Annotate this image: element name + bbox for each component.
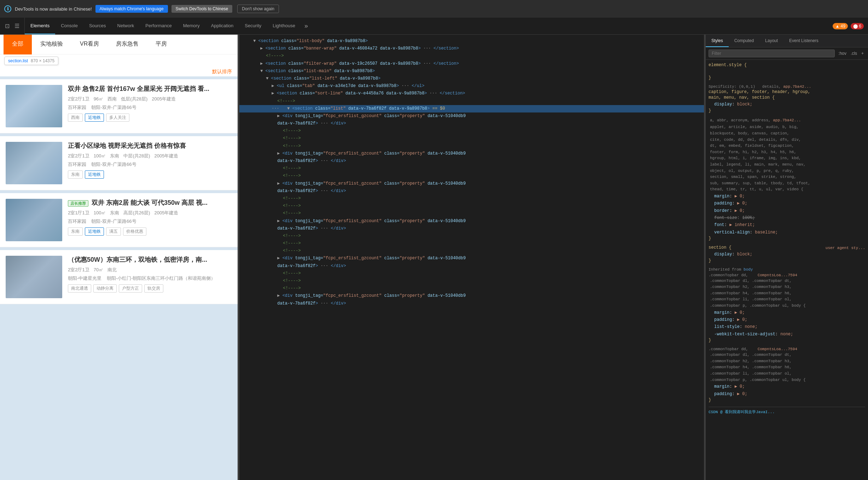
tab-styles[interactable]: Styles bbox=[706, 35, 729, 47]
nav-tab-all[interactable]: 全部 bbox=[4, 35, 32, 54]
dont-show-again-button[interactable]: Don't show again bbox=[237, 5, 279, 13]
add-style-button[interactable]: + bbox=[860, 50, 865, 57]
style-prop: vertical-align: baseline; bbox=[709, 229, 865, 236]
listing-details: 2室1厅1卫 100㎡ 东南 高层(共26层) 2005年建造 bbox=[68, 210, 232, 216]
listing-location: 朝阳-中建星光里 朝阳-小红门-朝阳区东南三环小红门路（和谐苑南侧） bbox=[68, 275, 232, 282]
listing-tags: 南北通透 动静分离 户型方正 轨交房 bbox=[68, 284, 232, 293]
cls-button[interactable]: .cls bbox=[849, 50, 858, 57]
device-icon[interactable]: ☰ bbox=[13, 21, 21, 31]
tab-performance[interactable]: Performance bbox=[140, 18, 177, 34]
listing-item[interactable]: 店长推荐 双井 东南2居 能大谈 可代350w 高层 视... 2室1厅1卫 1… bbox=[0, 193, 238, 247]
nav-tab-urgent[interactable]: 房东急售 bbox=[107, 35, 147, 54]
dom-line: <!----> bbox=[239, 195, 704, 202]
dom-tree[interactable]: ▼ <section class="list-body" data-v-9a89… bbox=[239, 35, 704, 480]
switch-devtools-button[interactable]: Switch DevTools to Chinese bbox=[171, 5, 233, 13]
tab-computed[interactable]: Computed bbox=[729, 35, 759, 47]
dom-line: <!----> bbox=[239, 232, 704, 240]
dom-line: ▼ <section class="list-body" data-v-9a89… bbox=[239, 37, 704, 45]
filter-input[interactable] bbox=[709, 50, 835, 57]
devtools-badges: ▲ 49 ⬤ 6 bbox=[828, 18, 868, 34]
listing-image bbox=[6, 85, 62, 127]
nav-tabs: 全部 实地核验 VR看房 房东急售 平房 bbox=[0, 35, 238, 54]
dom-line: <!----> bbox=[239, 210, 704, 217]
style-close: } bbox=[709, 258, 865, 263]
listing-item[interactable]: 双井 急售2居 首付167w 全屋采光 开阔无遮挡 看... 2室2厅1卫 96… bbox=[0, 79, 238, 133]
style-prop: -webkit-text-size-adjust: none; bbox=[709, 331, 865, 338]
tab-event-listeners[interactable]: Event Listeners bbox=[783, 35, 824, 47]
listing-tags: 东南 近地铁 bbox=[68, 170, 232, 179]
inspect-icon[interactable]: ⊡ bbox=[4, 21, 11, 31]
style-close: } bbox=[709, 108, 865, 113]
tooltip-tag: section.list bbox=[8, 58, 28, 63]
style-selector: element.style { bbox=[709, 63, 865, 68]
listing-location: 百环家园 朝阳-双井-广渠路66号 bbox=[68, 161, 232, 168]
listing-info: 正看小区绿地 视野采光无遮挡 价格有惊喜 2室2厅1卫 100㎡ 东南 中层(共… bbox=[68, 142, 232, 184]
listing-item[interactable]: （优惠50W）东南三环，双地铁，低密洋房，南... 2室2厅1卫 70㎡ 南北 … bbox=[0, 250, 238, 304]
style-prop: font-size: 100%; bbox=[709, 214, 865, 221]
listing-tags: 西南 近地铁 多人关注 bbox=[68, 114, 232, 122]
dom-line: <!----> bbox=[239, 52, 704, 60]
style-selector: main, menu, nav, section { bbox=[709, 95, 865, 100]
nav-tab-verified[interactable]: 实地核验 bbox=[32, 35, 71, 54]
styles-tabs: Styles Computed Layout Event Listeners bbox=[706, 35, 868, 47]
style-prop: list-style: none; bbox=[709, 323, 865, 330]
dom-line: data-v-7ba6f82f> ··· </div> bbox=[239, 225, 704, 232]
selector-list: .commonTopbar dl, .commonTopbar dt, .com… bbox=[709, 278, 865, 309]
dom-line: data-v-7ba6f82f> ··· </div> bbox=[239, 300, 704, 307]
dom-line: data-v-7ba6f82f> ··· </div> bbox=[239, 120, 704, 127]
sort-link[interactable]: 默认排序 bbox=[212, 69, 232, 75]
style-rule: section { user agent sty... display: blo… bbox=[709, 245, 865, 263]
more-tabs-button[interactable]: » bbox=[301, 18, 311, 34]
nav-tab-vr[interactable]: VR看房 bbox=[71, 35, 107, 54]
listing-title: 双井 急售2居 首付167w 全屋采光 开阔无遮挡 看... bbox=[68, 85, 232, 93]
listing-info: 双井 急售2居 首付167w 全屋采光 开阔无遮挡 看... 2室2厅1卫 96… bbox=[68, 85, 232, 127]
tab-sources[interactable]: Sources bbox=[83, 18, 112, 34]
listing-tags: 东南 近地铁 满五 价格优惠 bbox=[68, 227, 232, 236]
dom-line-selected: ··· ▼ <section class="list" data-v-7ba6f… bbox=[239, 105, 704, 112]
style-rule: element.style { } bbox=[709, 63, 865, 80]
inherited-from: Inherited from body bbox=[709, 267, 865, 272]
dom-line: <!----> bbox=[239, 285, 704, 292]
style-close: } bbox=[709, 236, 865, 241]
style-prop: padding: ▶ 0; bbox=[709, 316, 865, 323]
dom-line: ▶ <div tongji_tag="fcpc_ersflist_gzcount… bbox=[239, 292, 704, 300]
style-close: } bbox=[709, 398, 865, 403]
listing-image bbox=[6, 199, 62, 241]
style-source: user agent sty... bbox=[826, 246, 865, 250]
listing-title: （优惠50W）东南三环，双地铁，低密洋房，南... bbox=[68, 256, 232, 264]
style-prop bbox=[709, 68, 865, 75]
style-rule: .commonTopbar dd, CompntsLoa...7594 .com… bbox=[709, 347, 865, 403]
filter-actions: :hov .cls + bbox=[837, 50, 865, 57]
devtools-dom-panel: ▼ <section class="list-body" data-v-9a89… bbox=[239, 35, 704, 480]
tab-security[interactable]: Security bbox=[239, 18, 267, 34]
dom-line: <!----> bbox=[239, 135, 704, 142]
dom-line: <!----> bbox=[239, 98, 704, 105]
listing-item[interactable]: 正看小区绿地 视野采光无遮挡 价格有惊喜 2室2厅1卫 100㎡ 东南 中层(共… bbox=[0, 136, 238, 190]
styles-content: element.style { } Specificity: (0,0,1) d… bbox=[706, 60, 868, 480]
style-rule: .commonTopbar dd, CompntsLoa...7594 .com… bbox=[709, 273, 865, 343]
style-rule: Specificity: (0,0,1) details, app.7ba42.… bbox=[709, 85, 865, 113]
tab-elements[interactable]: Elements bbox=[25, 18, 55, 34]
tab-network[interactable]: Network bbox=[112, 18, 140, 34]
style-close: } bbox=[709, 75, 865, 80]
tab-application[interactable]: Application bbox=[205, 18, 239, 34]
specificity-label: Specificity: (0,0,1) details, app.7ba42.… bbox=[709, 85, 811, 89]
match-language-button[interactable]: Always match Chrome's language bbox=[95, 5, 168, 13]
devtools-icon-group: ⊡ ☰ bbox=[0, 18, 25, 34]
devtools-tab-list: Elements Console Sources Network Perform… bbox=[25, 18, 828, 34]
listing-location: 百环家园 朝阳-双井-广渠路66号 bbox=[68, 218, 232, 225]
page-content: 全部 实地核验 VR看房 房东急售 平房 section.list 870 × … bbox=[0, 35, 238, 480]
notification-text: DevTools is now available in Chinese! bbox=[15, 6, 92, 12]
tab-layout[interactable]: Layout bbox=[759, 35, 783, 47]
rule-source: .commonTopbar dd, CompntsLoa...7594 bbox=[709, 273, 797, 277]
main-layout: 全部 实地核验 VR看房 房东急售 平房 section.list 870 × … bbox=[0, 35, 868, 480]
listing-image bbox=[6, 142, 62, 184]
tab-memory[interactable]: Memory bbox=[177, 18, 205, 34]
style-selector: caption, figure, footer, header, hgroup, bbox=[709, 89, 865, 94]
tab-console[interactable]: Console bbox=[55, 18, 83, 34]
hov-button[interactable]: :hov bbox=[837, 50, 848, 57]
tab-lighthouse[interactable]: Lighthouse bbox=[267, 18, 301, 34]
style-rule: a, abbr, acronym, address, app.7ba42... … bbox=[709, 117, 865, 241]
nav-tab-flat[interactable]: 平房 bbox=[147, 35, 175, 54]
listing-title: 正看小区绿地 视野采光无遮挡 价格有惊喜 bbox=[68, 142, 232, 150]
